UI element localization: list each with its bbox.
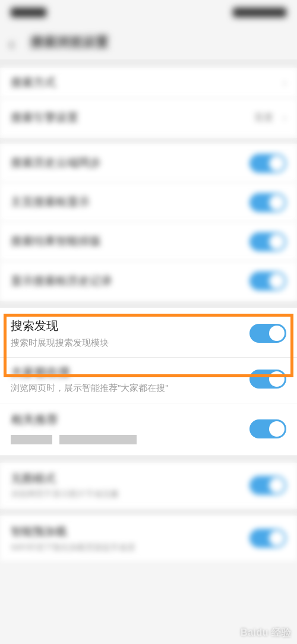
toggle-switch[interactable]	[249, 476, 286, 495]
row-related[interactable]: 相关推荐	[0, 403, 297, 456]
section-divider	[0, 509, 297, 516]
row-toggle-1[interactable]: 搜索历史云端同步	[0, 144, 297, 183]
section-divider	[0, 138, 297, 144]
row-engine[interactable]: 搜索引擎设置 百度 ›	[0, 99, 297, 138]
pixelated-text	[11, 435, 52, 444]
search-discover-sub: 搜索时展现搜索发现模块	[11, 337, 242, 349]
chevron-right-icon: ›	[283, 77, 286, 89]
watermark: Baidu 经验	[241, 627, 291, 639]
row-option-a[interactable]: 无图模式 浏览网页不显示图片节省流量	[0, 463, 297, 509]
chevron-right-icon: ›	[283, 112, 286, 124]
everyone-searching-title: 大家都在搜	[11, 364, 242, 380]
header: ‹ 搜索浏览设置	[0, 25, 297, 59]
toggle-switch[interactable]	[249, 272, 286, 291]
toggle-search-discover[interactable]	[249, 324, 286, 343]
pixelated-text	[59, 435, 137, 444]
toggle-switch[interactable]	[249, 193, 286, 212]
row-search-discover[interactable]: 搜索发现 搜索时展现搜索发现模块	[0, 308, 297, 358]
toggle-switch[interactable]	[249, 232, 286, 251]
row-toggle-2[interactable]: 主页搜索框显示	[0, 183, 297, 222]
toggle-switch[interactable]	[249, 154, 286, 173]
page-title: 搜索浏览设置	[30, 33, 109, 51]
row-everyone-searching[interactable]: 大家都在搜 浏览网页时，展示智能推荐"大家都在搜"	[0, 358, 297, 403]
everyone-searching-sub: 浏览网页时，展示智能推荐"大家都在搜"	[11, 382, 242, 394]
row-toggle-3[interactable]: 搜索结果智能排版	[0, 222, 297, 261]
row-search-method[interactable]: 搜索方式 ›	[0, 68, 297, 99]
status-bar	[0, 0, 297, 25]
toggle-switch[interactable]	[249, 529, 286, 548]
section-divider	[0, 456, 297, 463]
status-time	[11, 8, 46, 17]
row-toggle-4[interactable]: 显示搜索框历史记录	[0, 261, 297, 301]
row-option-b[interactable]: 智能预加载 WiFi环境下预先加载页面提升速度	[0, 516, 297, 561]
section-divider	[0, 59, 297, 68]
section-divider	[0, 301, 297, 308]
toggle-switch[interactable]	[249, 370, 286, 389]
status-battery	[233, 8, 286, 17]
related-title: 相关推荐	[11, 412, 242, 428]
search-discover-title: 搜索发现	[11, 317, 242, 334]
back-icon[interactable]: ‹	[9, 34, 18, 50]
toggle-switch[interactable]	[249, 419, 286, 438]
